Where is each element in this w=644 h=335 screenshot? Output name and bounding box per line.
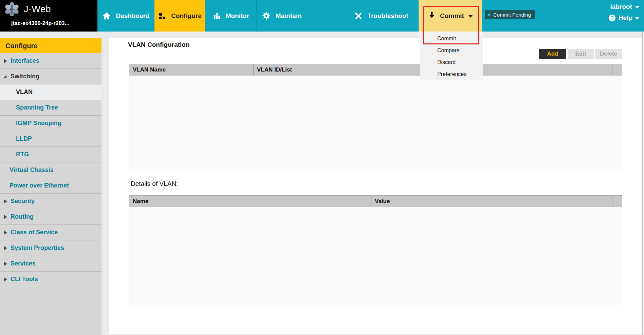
sidebar-item-routing[interactable]: Routing (0, 209, 102, 225)
commit-menu-item-compare[interactable]: Compare (420, 44, 483, 56)
tab-monitor[interactable]: Monitor (205, 0, 256, 32)
sidebar-item-services[interactable]: Services (0, 256, 102, 272)
column-header-name: Name (129, 196, 371, 207)
sidebar-item-label: Security (11, 198, 35, 205)
commit-dropdown-menu: CommitCompareDiscardPreferences (420, 32, 483, 80)
sidebar-items: InterfacesSwitchingVLANSpanning TreeIGMP… (0, 53, 102, 287)
sidebar-item-label: Interfaces (11, 57, 39, 64)
commit-menu-item-commit[interactable]: Commit (420, 33, 483, 44)
sidebar-item-cli-tools[interactable]: CLI Tools (0, 272, 102, 287)
sidebar-item-security[interactable]: Security (0, 194, 102, 209)
sidebar-item-label: LLDP (16, 135, 32, 142)
page-title: VLAN Configuration (128, 41, 190, 48)
details-of-vlan-label: Details of VLAN: (131, 180, 178, 188)
help-label: Help (619, 14, 632, 22)
sidebar-item-lldp[interactable]: LLDP (0, 131, 102, 147)
bar-chart-icon (213, 12, 221, 20)
sidebar-item-switching[interactable]: Switching (0, 69, 102, 84)
sidebar-item-igmp-snooping[interactable]: IGMP Snooping (0, 116, 102, 131)
svg-text:?: ? (610, 15, 613, 21)
tab-label: Monitor (226, 12, 250, 20)
sidebar-item-interfaces[interactable]: Interfaces (0, 53, 102, 69)
home-icon (102, 12, 111, 20)
device-name: jtac-ex4300-24p-r203... (11, 20, 69, 26)
tab-configure[interactable]: Configure (154, 0, 205, 32)
sidebar-item-label: Spanning Tree (16, 104, 58, 111)
chevron-down-icon (635, 6, 639, 8)
user-menu[interactable]: labroot (610, 3, 639, 11)
vlan-table-body (129, 76, 622, 171)
collapsed-arrow-icon (4, 262, 7, 266)
expanded-arrow-icon (3, 75, 6, 78)
collapsed-arrow-icon (4, 231, 7, 235)
chevron-down-icon (468, 15, 473, 18)
tab-label: Configure (171, 12, 202, 20)
chevron-down-icon (635, 17, 639, 20)
collapsed-arrow-icon (4, 277, 7, 281)
vlan-table-header: VLAN NameVLAN ID/List (129, 64, 622, 76)
collapsed-arrow-icon (4, 215, 7, 219)
details-table-header: NameValue (129, 196, 622, 207)
column-header-vlan-name: VLAN Name (129, 64, 254, 76)
sidebar-item-label: Virtual Chassis (10, 166, 54, 174)
juniper-logo-icon (5, 2, 19, 16)
delete-button[interactable]: Delete (595, 49, 622, 59)
tab-label: Troubleshoot (367, 12, 408, 20)
vertical-scrollbar[interactable] (642, 32, 644, 335)
sidebar-item-label: IGMP Snooping (16, 120, 61, 127)
sidebar-item-label: Switching (11, 73, 39, 80)
tab-commit[interactable]: Commit (419, 0, 482, 32)
sidebar-item-vlan[interactable]: VLAN (0, 84, 102, 100)
commit-menu-item-preferences[interactable]: Preferences (420, 68, 483, 80)
column-header-spacer (612, 196, 622, 207)
sidebar-item-spanning-tree[interactable]: Spanning Tree (0, 100, 102, 116)
sidebar-item-label: Class of Service (11, 229, 58, 236)
gear-icon (262, 12, 271, 20)
tab-label: Maintain (275, 12, 301, 20)
commit-pending-label: Commit Pending (493, 12, 531, 18)
help-icon: ? (608, 14, 616, 22)
sidebar-item-label: Routing (11, 213, 34, 220)
sitemap-icon (158, 12, 166, 20)
sidebar-item-system-properties[interactable]: System Properties (0, 240, 102, 256)
column-header-value: Value (371, 196, 612, 207)
details-table-body (129, 207, 622, 305)
sidebar-item-class-of-service[interactable]: Class of Service (0, 225, 102, 240)
collapsed-arrow-icon (4, 246, 7, 250)
column-header-spacer (612, 64, 622, 76)
add-button[interactable]: Add (539, 49, 566, 59)
sidebar-item-power-over-ethernet[interactable]: Power over Ethernet (0, 178, 102, 194)
sidebar-item-label: VLAN (16, 88, 33, 96)
tools-icon (354, 12, 363, 20)
sidebar: Configure InterfacesSwitchingVLANSpannin… (0, 38, 102, 335)
sidebar-item-label: Power over Ethernet (10, 182, 69, 189)
menu-divider (434, 32, 434, 80)
top-header: J-Web jtac-ex4300-24p-r203... DashboardC… (0, 0, 644, 32)
tab-commit-label: Commit (440, 12, 464, 20)
sidebar-item-label: Services (11, 260, 36, 267)
collapsed-arrow-icon (4, 199, 7, 203)
commit-menu-item-discard[interactable]: Discard (420, 56, 483, 68)
down-arrow-icon (428, 11, 436, 21)
sidebar-title: Configure (0, 38, 102, 53)
commit-pending-badge[interactable]: « Commit Pending (485, 10, 535, 19)
sidebar-item-label: RTG (16, 151, 29, 158)
tab-troubleshoot[interactable]: Troubleshoot (344, 0, 419, 32)
tab-label: Dashboard (116, 12, 149, 20)
sidebar-item-label: System Properties (11, 244, 64, 252)
sidebar-item-label: CLI Tools (11, 276, 38, 283)
main-nav: DashboardConfigureMonitorMaintainTrouble… (97, 0, 419, 32)
sidebar-item-rtg[interactable]: RTG (0, 147, 102, 162)
collapsed-arrow-icon (4, 59, 7, 63)
double-chevron-left-icon: « (487, 11, 491, 17)
vlan-table: VLAN NameVLAN ID/List (129, 64, 622, 171)
tab-maintain[interactable]: Maintain (256, 0, 307, 32)
help-menu[interactable]: ? Help (608, 14, 639, 22)
details-table: NameValue (129, 195, 622, 305)
tab-dashboard[interactable]: Dashboard (97, 0, 154, 32)
app-title: J-Web (24, 4, 51, 15)
sidebar-item-virtual-chassis[interactable]: Virtual Chassis (0, 162, 102, 178)
logo-block: J-Web jtac-ex4300-24p-r203... (0, 0, 97, 32)
user-name: labroot (610, 3, 632, 11)
edit-button[interactable]: Edit (568, 49, 594, 59)
